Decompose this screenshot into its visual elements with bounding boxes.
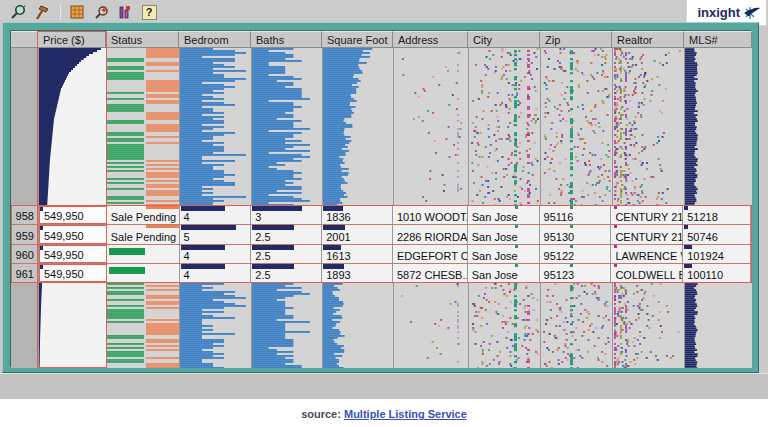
source-link[interactable]: Multiple Listing Service (344, 408, 467, 420)
help-icon-glyph: ? (142, 5, 157, 20)
baths-cell: 2.5 (251, 264, 322, 282)
square-foot-cell: 1893 (322, 264, 393, 282)
address-cell: EDGEFORT CT (393, 245, 468, 263)
status-cell (107, 264, 180, 282)
address-cell: 5872 CHESB... (393, 264, 468, 282)
mls-cell: 50746 (683, 225, 751, 243)
row-number-cell: 960 (12, 245, 39, 263)
mls-cell: 101924 (683, 245, 751, 263)
realtor-cell: COLDWELL B... (611, 264, 683, 282)
toolbar-separator (60, 4, 61, 20)
price-cell: 549,950 (39, 206, 107, 224)
row-number-cell: 958 (12, 206, 39, 224)
source-line: source: Multiple Listing Service (0, 408, 768, 420)
help-icon[interactable]: ? (139, 3, 159, 21)
inxight-logo-text: inxight (697, 5, 740, 20)
table-lens-frame: Price ($)StatusBedroomBathsSquare FootAd… (2, 22, 759, 373)
inxight-star-arrow-icon (742, 5, 762, 21)
table-row-961[interactable]: 961549,95042.518935872 CHESB...San Jose9… (12, 264, 751, 282)
row-number-cell: 959 (12, 225, 39, 243)
table-row-960[interactable]: 960549,95042.51613EDGEFORT CTSan Jose951… (12, 245, 751, 264)
city-cell: San Jose (468, 264, 540, 282)
column-header-city[interactable]: City (468, 31, 540, 48)
bedroom-cell: 4 (180, 264, 252, 282)
column-header-status[interactable]: Status (106, 31, 179, 48)
column-header-mls-[interactable]: MLS# (684, 31, 752, 48)
column-header-zip[interactable]: Zip (540, 31, 612, 48)
mls-cell: 100110 (683, 264, 751, 282)
address-cell: 1010 WOODT... (393, 206, 468, 224)
zip-cell: 95116 (540, 206, 612, 224)
square-foot-cell: 1836 (322, 206, 393, 224)
table-lens-app: ? inxight Price ($)StatusBedroomBathsSqu… (0, 0, 768, 427)
hammer-icon[interactable] (32, 3, 52, 21)
source-label: source: (301, 408, 341, 420)
mls-cell: 51218 (683, 206, 751, 224)
bottom-strip (0, 373, 768, 399)
zip-cell: 95130 (540, 225, 612, 243)
zip-cell: 95122 (540, 245, 612, 263)
column-header-baths[interactable]: Baths (251, 31, 322, 48)
table-row-958[interactable]: 958549,950Sale Pending4318361010 WOODT..… (12, 206, 751, 225)
realtor-cell: CENTURY 21... (611, 225, 683, 243)
realtor-cell: CENTURY 21... (611, 206, 683, 224)
square-foot-cell: 2001 (322, 225, 393, 243)
chart-icon[interactable] (115, 3, 135, 21)
status-cell (107, 245, 180, 263)
city-cell: San Jose (468, 245, 540, 263)
column-header-square-foot[interactable]: Square Foot (322, 31, 393, 48)
table-lens-compressed-rows-lower[interactable] (11, 283, 752, 368)
footer: source: Multiple Listing Service (0, 399, 768, 427)
square-foot-cell: 1613 (322, 245, 393, 263)
bedroom-cell: 4 (180, 206, 252, 224)
bedroom-cell: 5 (180, 225, 252, 243)
status-cell: Sale Pending (107, 225, 180, 243)
baths-cell: 2.5 (251, 245, 322, 263)
column-header-realtor[interactable]: Realtor (612, 31, 684, 48)
zip-cell: 95123 (540, 264, 612, 282)
address-cell: 2286 RIORDA... (393, 225, 468, 243)
table-row-959[interactable]: 959549,950Sale Pending52.520012286 RIORD… (12, 225, 751, 244)
price-cell: 549,950 (39, 264, 107, 282)
column-header-address[interactable]: Address (393, 31, 468, 48)
price-cell: 549,950 (39, 245, 107, 263)
column-header-bedroom[interactable]: Bedroom (179, 31, 251, 48)
price-cell: 549,950 (39, 225, 107, 243)
row-number-header[interactable] (11, 31, 38, 48)
magnifier-icon[interactable] (8, 3, 28, 21)
city-cell: San Jose (468, 225, 540, 243)
baths-cell: 3 (251, 206, 322, 224)
status-cell: Sale Pending (107, 206, 180, 224)
table-icon[interactable] (67, 3, 87, 21)
zoom-sparkle-icon[interactable] (91, 3, 111, 21)
table-lens: Price ($)StatusBedroomBathsSquare FootAd… (10, 30, 751, 367)
row-number-cell: 961 (12, 264, 39, 282)
city-cell: San Jose (468, 206, 540, 224)
toolbar: ? (0, 0, 768, 24)
column-header-price-[interactable]: Price ($) (38, 31, 106, 48)
bedroom-cell: 4 (180, 245, 252, 263)
focused-rows-selection: 958549,950Sale Pending4318361010 WOODT..… (11, 205, 752, 283)
table-lens-compressed-rows-upper[interactable] (11, 48, 752, 205)
baths-cell: 2.5 (251, 225, 322, 243)
realtor-cell: LAWRENCE W... (611, 245, 683, 263)
column-header-row: Price ($)StatusBedroomBathsSquare FootAd… (11, 31, 752, 48)
